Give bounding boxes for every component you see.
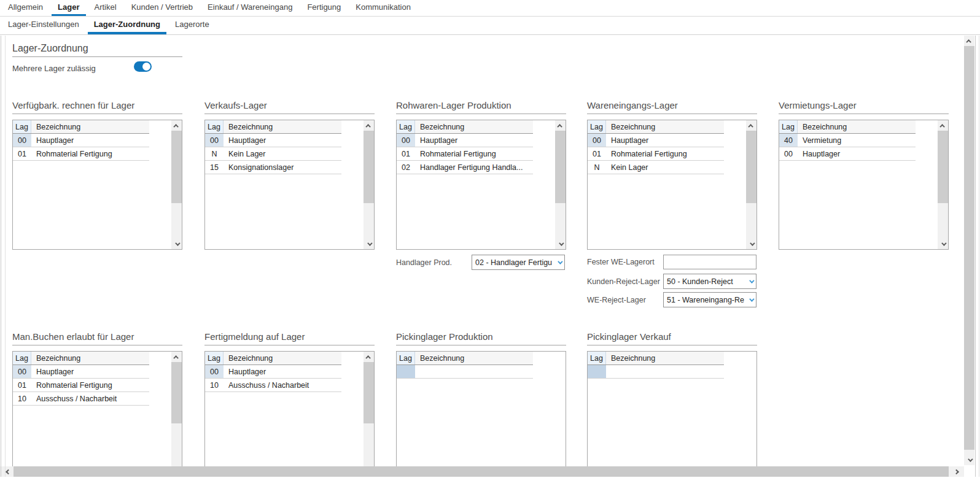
handlager-prod-dropdown[interactable]: 02 - Handlager Fertigu (472, 255, 565, 270)
table-row[interactable]: 00Hauptlager (779, 147, 916, 161)
list-scrollbar[interactable] (364, 120, 374, 249)
chevron-down-icon (968, 457, 973, 461)
table-row[interactable]: 01Rohmaterial Fertigung (588, 147, 724, 161)
table-row[interactable]: 01Rohmaterial Fertigung (13, 147, 149, 161)
scroll-thumb[interactable] (171, 131, 182, 203)
page-horizontal-scrollbar[interactable] (0, 466, 964, 477)
table-row[interactable]: 40Vermietung (779, 134, 916, 147)
tab-kommunikation[interactable]: Kommunikation (349, 0, 417, 16)
table-row[interactable]: 00Hauptlager (205, 134, 341, 147)
scroll-up-button[interactable] (938, 120, 948, 131)
chevron-right-icon (954, 469, 959, 474)
table-row[interactable]: 15Konsignationslager (205, 161, 341, 174)
scroll-right-button[interactable] (952, 466, 962, 477)
tab-fertigung[interactable]: Fertigung (301, 0, 347, 16)
scroll-up-button[interactable] (171, 352, 182, 362)
tab-kunden-vertrieb[interactable]: Kunden / Vertrieb (125, 0, 199, 16)
table-row[interactable]: 00Hauptlager (205, 365, 341, 379)
table-row[interactable]: 02Handlager Fertigung Handla... (397, 161, 533, 174)
tab-lager-zuordnung[interactable]: Lager-Zuordnung (88, 17, 166, 34)
table-row[interactable]: 10Ausschuss / Nacharbeit (205, 379, 341, 392)
lager-list-box: Lag Bezeichnung 00Hauptlager01Rohmateria… (587, 120, 757, 250)
scroll-thumb[interactable] (555, 131, 566, 203)
panel-title: Verfügbark. rechnen für Lager (12, 100, 182, 114)
scroll-up-button[interactable] (555, 120, 566, 131)
scroll-thumb[interactable] (746, 131, 756, 203)
cell-lag: 10 (205, 379, 224, 391)
chevron-up-icon (966, 39, 971, 44)
cell-lag: 01 (13, 379, 31, 391)
tab-lager[interactable]: Lager (52, 0, 85, 16)
scroll-up-button[interactable] (364, 352, 374, 362)
table-row[interactable]: 01Rohmaterial Fertigung (397, 147, 533, 161)
field-kunden-reject-lager: Kunden-Reject-Lager 50 - Kunden-Reject (587, 274, 756, 289)
cell-lag: 00 (779, 147, 798, 160)
scroll-down-button[interactable] (746, 239, 756, 249)
header-bezeichnung: Bezeichnung (415, 120, 533, 133)
scroll-thumb[interactable] (171, 362, 182, 423)
scroll-thumb[interactable] (938, 131, 948, 203)
list-scrollbar[interactable] (171, 120, 182, 249)
scroll-thumb[interactable] (364, 131, 374, 203)
table-row[interactable]: 00Hauptlager (13, 365, 149, 379)
fester-we-lagerort-input[interactable] (663, 255, 756, 269)
table-row[interactable]: 00Hauptlager (588, 134, 724, 147)
panel-title: Vermietungs-Lager (779, 100, 949, 114)
tab-lager-einstellungen[interactable]: Lager-Einstellungen (2, 17, 85, 34)
header-bezeichnung: Bezeichnung (224, 120, 341, 133)
table-row[interactable]: 00Hauptlager (397, 134, 533, 147)
header-bezeichnung: Bezeichnung (31, 352, 149, 364)
mehrere-lager-toggle[interactable] (134, 61, 152, 72)
cell-bezeichnung: Hauptlager (606, 134, 724, 147)
chevron-up-icon (365, 355, 370, 360)
scroll-up-button[interactable] (964, 36, 974, 46)
scroll-down-button[interactable] (938, 239, 948, 249)
table-row[interactable]: 10Ausschuss / Nacharbeit (13, 392, 149, 406)
tab-artikel[interactable]: Artikel (88, 0, 123, 16)
scroll-down-button[interactable] (364, 239, 374, 249)
table-row[interactable]: 01Rohmaterial Fertigung (13, 379, 149, 392)
list-scrollbar[interactable] (746, 120, 756, 249)
header-lag: Lag (588, 352, 606, 364)
tab-lagerorte[interactable]: Lagerorte (169, 17, 216, 34)
scroll-up-button[interactable] (364, 120, 374, 131)
list-scrollbar[interactable] (555, 120, 566, 249)
panel-vermietungslager: Vermietungs-Lager Lag Bezeichnung 40Verm… (779, 100, 949, 250)
table-row[interactable] (397, 365, 533, 379)
page-vertical-scrollbar[interactable] (964, 36, 974, 465)
table-row[interactable]: NKein Lager (588, 161, 724, 174)
list-scrollbar[interactable] (938, 120, 948, 249)
scroll-up-button[interactable] (746, 120, 756, 131)
toggle-knob (142, 63, 150, 71)
lager-list-box: Lag Bezeichnung 00Hauptlager01Rohmateria… (12, 120, 182, 250)
scroll-left-button[interactable] (2, 466, 12, 477)
cell-lag: 00 (13, 134, 31, 147)
scroll-down-button[interactable] (964, 455, 974, 465)
scroll-thumb[interactable] (14, 466, 949, 477)
header-bezeichnung: Bezeichnung (606, 120, 724, 133)
scroll-thumb[interactable] (964, 46, 974, 450)
panel-title: Wareneingangs-Lager (587, 100, 757, 114)
field-label: Kunden-Reject-Lager (587, 277, 663, 286)
scroll-down-button[interactable] (171, 239, 182, 249)
we-reject-dropdown[interactable]: 51 - Wareneingang-Re (663, 292, 756, 307)
scroll-thumb[interactable] (364, 362, 374, 423)
header-bezeichnung: Bezeichnung (606, 352, 724, 364)
chevron-up-icon (939, 124, 944, 129)
scroll-up-button[interactable] (171, 120, 182, 131)
chevron-up-icon (173, 124, 178, 129)
table-row[interactable] (588, 365, 724, 379)
table-row[interactable]: 00Hauptlager (13, 134, 149, 147)
tab-allgemein[interactable]: Allgemein (2, 0, 49, 16)
table-row[interactable]: NKein Lager (205, 147, 341, 161)
cell-lag: 01 (13, 147, 31, 160)
list-scrollbar[interactable] (364, 352, 374, 466)
list-header: Lag Bezeichnung (779, 120, 916, 134)
list-scrollbar[interactable] (171, 352, 182, 466)
scroll-down-button[interactable] (555, 239, 566, 249)
kunden-reject-dropdown[interactable]: 50 - Kunden-Reject (663, 274, 756, 289)
list-header: Lag Bezeichnung (397, 120, 533, 134)
cell-lag: 02 (397, 161, 415, 174)
panel-title: Pickinglager Verkauf (587, 331, 757, 345)
tab-einkauf-wareneingang[interactable]: Einkauf / Wareneingang (201, 0, 298, 16)
